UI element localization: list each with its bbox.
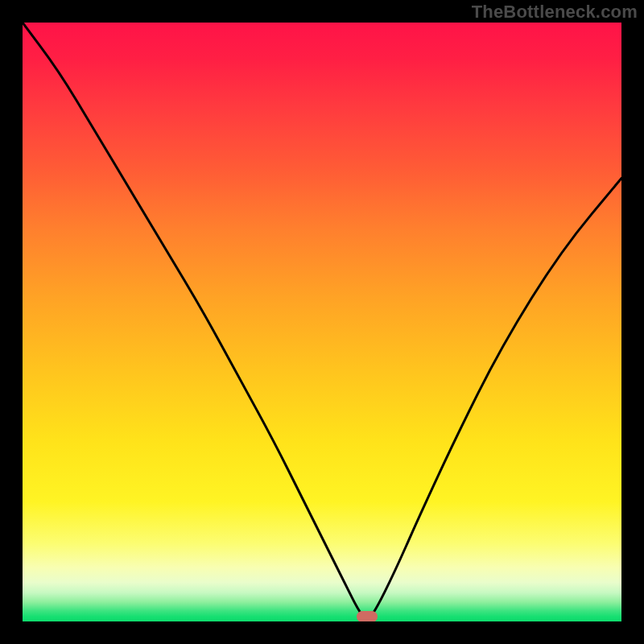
bottleneck-curve: [23, 23, 621, 621]
optimal-marker: [357, 611, 378, 621]
chart-frame: TheBottleneck.com: [0, 0, 644, 644]
plot-area: [23, 23, 621, 621]
watermark-text: TheBottleneck.com: [472, 2, 638, 23]
